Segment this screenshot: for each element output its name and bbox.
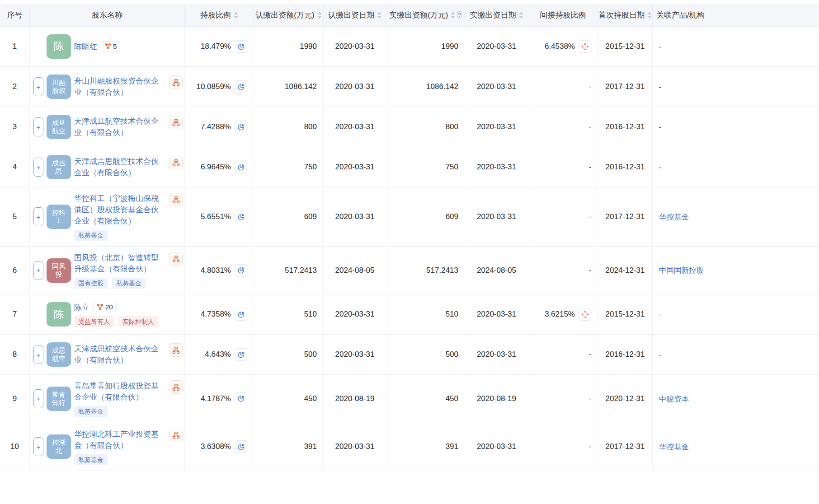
- expand-row-button[interactable]: +: [33, 345, 43, 364]
- column-header-label: 首次持股日期: [598, 10, 645, 20]
- indirect-ratio-value: -: [588, 394, 591, 403]
- holding-ratio-cell: 4.643%: [185, 335, 254, 374]
- paid-amount: 609: [386, 187, 465, 246]
- avatar: 控科工: [47, 205, 71, 229]
- subscribed-amount: 517.2413: [254, 247, 324, 294]
- column-header-3[interactable]: 认缴出资额(万元): [254, 4, 324, 26]
- pie-chart-icon[interactable]: [235, 40, 247, 53]
- indirect-ratio-cell: -: [528, 247, 598, 294]
- paid-amount: 750: [386, 147, 465, 187]
- paid-amount: 510: [386, 294, 465, 334]
- holding-ratio-value: 18.479%: [201, 42, 231, 51]
- expand-row-button[interactable]: +: [33, 207, 43, 226]
- shareholder-name-link[interactable]: 天津成吉思航空技术合伙企业（有限合伙）: [74, 156, 165, 178]
- subscribed-date: 2020-03-31: [324, 67, 386, 107]
- shareholder-cell: + 陈 陈晓红 5: [30, 27, 185, 66]
- relation-count-badge[interactable]: 20: [93, 302, 117, 312]
- indirect-ratio-value: -: [588, 266, 591, 275]
- sort-icon[interactable]: [519, 12, 523, 19]
- equity-structure-icon[interactable]: [169, 156, 183, 169]
- table-row: 8 + 成思航空 天津成思航空技术合伙企业（有限合伙）: [0, 335, 819, 375]
- pie-chart-icon[interactable]: [235, 308, 247, 321]
- sort-icon[interactable]: [647, 12, 652, 19]
- shareholder-cell: + 控科工 华控科工（宁波梅山保税港区）股权投资基金合伙企业（有限合伙）: [30, 187, 185, 246]
- shareholder-tag: 私募基金: [74, 454, 108, 465]
- expand-row-button[interactable]: +: [33, 437, 43, 456]
- shareholder-name-link[interactable]: 陈晓红: [74, 41, 97, 52]
- equity-structure-icon[interactable]: [169, 116, 183, 129]
- sort-icon[interactable]: [377, 12, 381, 19]
- pie-chart-icon[interactable]: [235, 392, 247, 405]
- paid-amount: 500: [386, 335, 465, 374]
- holding-ratio-cell: 4.7358%: [185, 294, 254, 334]
- shareholder-tags: 国有控股私募基金: [74, 278, 183, 289]
- shareholder-name-link[interactable]: 舟山川融股权投资合伙企业（有限合伙）: [74, 75, 165, 98]
- expand-row-button[interactable]: +: [33, 261, 43, 280]
- paid-date: 2020-03-31: [465, 335, 528, 374]
- related-product-link[interactable]: 华控基金: [659, 211, 689, 223]
- column-header-label: 序号: [7, 10, 23, 20]
- equity-structure-icon[interactable]: [169, 75, 183, 89]
- expand-row-button[interactable]: +: [33, 158, 43, 177]
- expand-row-button[interactable]: +: [33, 77, 43, 96]
- subscribed-amount: 510: [254, 294, 324, 334]
- holding-ratio-cell: 10.0859%: [185, 67, 254, 107]
- equity-structure-icon[interactable]: [169, 193, 183, 206]
- indirect-ratio-value: -: [588, 442, 591, 451]
- related-product-link[interactable]: 中国国新控股: [659, 265, 704, 276]
- related-product-cell: 华控基金: [653, 187, 819, 246]
- equity-structure-icon[interactable]: [169, 429, 183, 442]
- column-header-label: 关联产品/机构: [656, 10, 705, 20]
- column-header-label: 认缴出资额(万元): [255, 10, 314, 20]
- equity-structure-icon[interactable]: [169, 252, 183, 266]
- shareholder-name-link[interactable]: 华控湖北科工产业投资基金（有限合伙）: [74, 429, 165, 451]
- expand-row-button[interactable]: +: [33, 389, 43, 408]
- table-row: 6 + 国风投 国风投（北京）智造转型升级基金（有限合伙）: [0, 247, 819, 294]
- pie-chart-icon[interactable]: [235, 440, 247, 453]
- shareholder-name-link[interactable]: 陈立: [74, 302, 89, 313]
- avatar: 陈: [47, 34, 71, 59]
- column-header-5[interactable]: 实缴出资额(万元) ?: [386, 4, 465, 26]
- pie-chart-icon[interactable]: [235, 161, 247, 173]
- expand-row-button[interactable]: +: [33, 117, 43, 136]
- related-product-link[interactable]: 华控基金: [659, 441, 689, 453]
- shareholder-tag: 实际控制人: [118, 316, 158, 327]
- related-product-link[interactable]: 中骏资本: [659, 393, 689, 405]
- paid-date: 2020-03-31: [465, 147, 528, 187]
- subscribed-amount: 750: [254, 147, 324, 187]
- related-product-cell: -: [653, 335, 819, 374]
- pie-chart-icon[interactable]: [235, 121, 247, 133]
- column-header-8[interactable]: 首次持股日期: [598, 4, 653, 26]
- relation-count-badge[interactable]: 5: [101, 41, 120, 51]
- holding-ratio-value: 7.4288%: [201, 122, 231, 131]
- holding-ratio-cell: 18.479%: [185, 27, 254, 66]
- table-row: 9 + 常青知行 青岛常青知行股权投资基金企业（有限合伙）: [0, 375, 819, 423]
- paid-date: 2020-08-19: [465, 375, 528, 422]
- shareholder-name-link[interactable]: 华控科工（宁波梅山保税港区）股权投资基金合伙企业（有限合伙）: [74, 193, 165, 227]
- first-holding-date: 2015-12-31: [598, 294, 653, 334]
- column-header-4[interactable]: 认缴出资日期: [324, 4, 386, 26]
- column-header-6[interactable]: 实缴出资日期: [465, 4, 528, 26]
- column-header-9: 关联产品/机构: [653, 4, 819, 26]
- shareholder-name-link[interactable]: 国风投（北京）智造转型升级基金（有限合伙）: [74, 252, 165, 275]
- sort-icon[interactable]: [317, 12, 322, 19]
- shareholder-name-link[interactable]: 天津成旦航空技术合伙企业（有限合伙）: [74, 116, 165, 138]
- help-icon[interactable]: ?: [457, 11, 462, 19]
- paid-amount: 1086.142: [386, 67, 465, 107]
- pie-chart-icon[interactable]: [235, 264, 247, 277]
- pie-chart-icon[interactable]: [235, 348, 247, 361]
- shareholder-name-link[interactable]: 天津成思航空技术合伙企业（有限合伙）: [74, 343, 165, 366]
- related-product-cell: -: [653, 294, 819, 334]
- sort-icon[interactable]: [234, 12, 238, 19]
- shareholder-name-link[interactable]: 青岛常青知行股权投资基金企业（有限合伙）: [74, 380, 165, 403]
- pie-chart-icon[interactable]: [235, 80, 247, 93]
- indirect-ratio-value: -: [588, 82, 591, 91]
- equity-structure-icon[interactable]: [169, 380, 183, 394]
- indirect-holding-icon[interactable]: [579, 308, 591, 321]
- row-index: 2: [0, 67, 30, 107]
- sort-icon[interactable]: [451, 12, 455, 19]
- equity-structure-icon[interactable]: [169, 343, 183, 357]
- indirect-holding-icon[interactable]: [579, 40, 591, 53]
- column-header-2[interactable]: 持股比例: [185, 4, 254, 26]
- pie-chart-icon[interactable]: [235, 210, 247, 223]
